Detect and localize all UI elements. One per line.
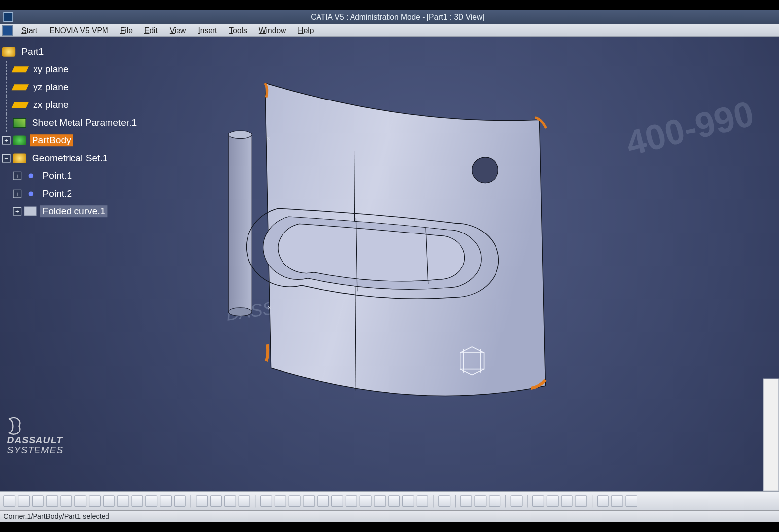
toolbar-formula-button[interactable]	[160, 495, 172, 507]
menu-help[interactable]: Help	[292, 25, 319, 36]
menu-enovia[interactable]: ENOVIA V5 VPM	[43, 25, 114, 36]
title-bar[interactable]: CATIA V5 : Administration Mode - [Part1 …	[0, 10, 779, 24]
expand-icon[interactable]: +	[13, 190, 21, 198]
menu-tools[interactable]: Tools	[223, 25, 252, 36]
tree-partbody-label: PartBody	[30, 134, 73, 146]
plane-icon	[12, 66, 29, 72]
toolbar-new-button[interactable]	[3, 495, 15, 507]
toolbar-zoom-out-button[interactable]	[331, 495, 343, 507]
toolbar-camera-button[interactable]	[511, 495, 523, 507]
marker-x2: ×	[267, 304, 271, 312]
toolbar-persp-button[interactable]	[374, 495, 386, 507]
toolbar-separator	[455, 494, 456, 507]
status-text: Corner.1/PartBody/Part1 selected	[3, 512, 109, 520]
toolbar-zoom-in-button[interactable]	[317, 495, 329, 507]
toolbar-tree-button[interactable]	[210, 495, 222, 507]
gset-icon	[13, 154, 26, 163]
tree-gset-label: Geometrical Set.1	[30, 152, 110, 164]
status-bar: Corner.1/PartBody/Part1 selected	[0, 510, 779, 522]
toolbar-redo-button[interactable]	[117, 495, 129, 507]
toolbar-measure-button[interactable]	[460, 495, 472, 507]
toolbar-light-button[interactable]	[575, 495, 587, 507]
toolbar-separator	[190, 494, 191, 507]
toolbar-paint-button[interactable]	[532, 495, 544, 507]
toolbar-structure-button[interactable]	[239, 495, 250, 507]
folded-curve-icon	[24, 207, 36, 216]
tree-sheet-metal-param[interactable]: Sheet Metal Parameter.1	[2, 114, 139, 132]
menu-edit[interactable]: Edit	[139, 25, 164, 36]
toolbar-help-button[interactable]	[145, 495, 157, 507]
toolbar-wire-button[interactable]	[417, 495, 428, 507]
point-icon	[29, 191, 34, 196]
application-window: CATIA V5 : Administration Mode - [Part1 …	[0, 10, 779, 522]
toolbar-open-button[interactable]	[18, 495, 30, 507]
menu-window[interactable]: Window	[253, 25, 292, 36]
toolbar-separator	[505, 494, 506, 507]
tree-point-1[interactable]: + Point.1	[2, 167, 139, 185]
expand-icon[interactable]: +	[13, 207, 21, 216]
toolbar-comment-button[interactable]	[174, 495, 186, 507]
3d-viewport[interactable]: DASSAULT SYSTEMES | BestWay 400-990	[0, 37, 779, 491]
toolbar-iso-button[interactable]	[360, 495, 372, 507]
toolbar-fit-button[interactable]	[275, 495, 286, 507]
menu-app-icon[interactable]	[2, 25, 13, 36]
toolbar-clock-button[interactable]	[611, 495, 623, 507]
part-icon	[2, 47, 15, 57]
menu-file[interactable]: File	[114, 25, 139, 36]
rolled-edge	[228, 131, 252, 316]
expand-icon[interactable]: +	[2, 136, 11, 145]
tree-xy-label: xy plane	[31, 64, 71, 75]
collapse-icon[interactable]: −	[2, 154, 11, 163]
toolbar-save-button[interactable]	[32, 495, 44, 507]
toolbar-render-button[interactable]	[561, 495, 573, 507]
svg-rect-0	[228, 134, 252, 312]
toolbar-compass-button[interactable]	[438, 495, 450, 507]
toolbar-arc-button[interactable]	[260, 495, 272, 507]
tree-yz-plane[interactable]: yz plane	[2, 78, 139, 96]
tree-pt1-label: Point.1	[40, 170, 74, 182]
menu-insert[interactable]: Insert	[192, 25, 223, 36]
toolbar-axis-button[interactable]	[625, 495, 637, 507]
app-icon	[3, 12, 13, 22]
toolbar-apply-button[interactable]	[489, 495, 500, 507]
toolbar-cut-button[interactable]	[60, 495, 72, 507]
toolbar-lock-button[interactable]	[224, 495, 236, 507]
svg-point-1	[228, 131, 252, 139]
toolbar-paste-button[interactable]	[89, 495, 101, 507]
menu-bar: Start ENOVIA V5 VPM File Edit View Inser…	[0, 24, 779, 37]
toolbar-link-button[interactable]	[474, 495, 486, 507]
tree-partbody[interactable]: + PartBody	[2, 132, 139, 149]
toolbar-globe-button[interactable]	[597, 495, 609, 507]
ds-logo-icon	[7, 417, 24, 435]
plane-icon	[12, 102, 29, 108]
toolbar-separator	[527, 494, 528, 507]
toolbar-print-button[interactable]	[46, 495, 58, 507]
toolbar-undo-button[interactable]	[103, 495, 115, 507]
tree-root[interactable]: Part1	[2, 43, 139, 61]
toolbar-table-button[interactable]	[196, 495, 208, 507]
bottom-toolbar	[0, 491, 779, 510]
toolbar-rotate-button[interactable]	[303, 495, 315, 507]
tree-folded-curve[interactable]: + Folded curve.1	[2, 202, 139, 220]
body-icon	[13, 136, 26, 145]
menu-view[interactable]: View	[164, 25, 192, 36]
tree-fcurve-label: Folded curve.1	[40, 205, 108, 217]
toolbar-map-button[interactable]	[547, 495, 559, 507]
tree-zx-plane[interactable]: zx plane	[2, 96, 139, 114]
vendor-branding: DASSAULT SYSTEMES	[7, 417, 63, 456]
toolbar-look-button[interactable]	[346, 495, 357, 507]
expand-icon[interactable]: +	[13, 172, 21, 180]
right-docked-panel[interactable]	[763, 379, 779, 491]
menu-start[interactable]: Start	[15, 25, 43, 36]
toolbar-shading-button[interactable]	[388, 495, 400, 507]
toolbar-copy-button[interactable]	[74, 495, 86, 507]
toolbar-what-button[interactable]	[131, 495, 143, 507]
plane-icon	[12, 84, 29, 90]
toolbar-pan-button[interactable]	[289, 495, 301, 507]
specification-tree[interactable]: Part1 xy plane yz plane zx plane Sheet M…	[2, 43, 139, 220]
tree-geometrical-set[interactable]: − Geometrical Set.1	[2, 149, 139, 167]
branding-line2: SYSTEMES	[7, 446, 63, 456]
toolbar-hlr-button[interactable]	[402, 495, 414, 507]
tree-xy-plane[interactable]: xy plane	[2, 61, 139, 78]
tree-point-2[interactable]: + Point.2	[2, 185, 139, 202]
